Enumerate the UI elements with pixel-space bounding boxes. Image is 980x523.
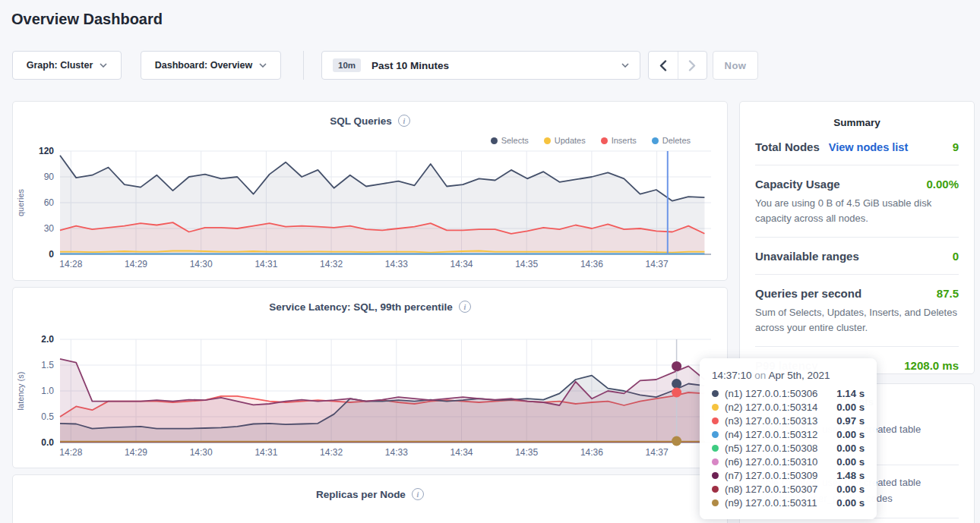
tooltip-node-row: (n8) 127.0.0.1:503070.00 s xyxy=(712,482,865,496)
node-address: (n3) 127.0.0.1:50313 xyxy=(725,415,817,427)
svg-text:14:36: 14:36 xyxy=(580,259,603,269)
node-latency-value: 0.97 s xyxy=(836,415,865,427)
node-address: (n5) 127.0.0.1:50308 xyxy=(725,443,817,454)
tooltip-node-row: (n4) 127.0.0.1:503120.00 s xyxy=(712,427,865,441)
node-address: (n7) 127.0.0.1:50309 xyxy=(725,470,817,481)
info-icon[interactable]: i xyxy=(412,488,424,500)
summary-panel: Summary Total Nodes View nodes list 9 Ca… xyxy=(739,101,975,374)
svg-text:14:35: 14:35 xyxy=(515,259,538,269)
toolbar-divider xyxy=(303,51,304,80)
svg-text:14:30: 14:30 xyxy=(190,447,213,458)
node-color-dot xyxy=(712,486,719,493)
replicas-per-node-title: Replicas per Node xyxy=(316,489,406,500)
tooltip-node-row: (n9) 127.0.0.1:503110.00 s xyxy=(712,496,865,509)
node-color-dot xyxy=(712,499,719,506)
node-address: (n6) 127.0.0.1:50310 xyxy=(725,456,817,468)
node-color-dot xyxy=(712,445,719,452)
page-title: Overview Dashboard xyxy=(11,11,163,28)
graph-dropdown[interactable]: Graph: Cluster xyxy=(12,51,122,80)
qps-label: Queries per second xyxy=(755,287,861,300)
sql-queries-chart[interactable]: 030609012014:2814:2914:3014:3114:3214:33… xyxy=(13,147,727,273)
summary-row-unavailable-ranges: Unavailable ranges 0 xyxy=(755,238,959,275)
legend-item-selects[interactable]: Selects xyxy=(491,136,529,145)
time-range-label: Past 10 Minutes xyxy=(371,60,449,71)
node-color-dot xyxy=(712,417,719,424)
node-color-dot xyxy=(712,390,719,397)
tooltip-node-row: (n3) 127.0.0.1:503130.97 s xyxy=(712,414,865,427)
view-nodes-list-link[interactable]: View nodes list xyxy=(829,141,909,153)
svg-text:14:29: 14:29 xyxy=(125,447,147,458)
svg-text:latency (s): latency (s) xyxy=(16,372,25,411)
chevron-down-icon xyxy=(100,63,107,68)
replicas-per-node-card: Replicas per Node i xyxy=(12,474,728,523)
summary-row-total-nodes: Total Nodes View nodes list 9 xyxy=(755,128,959,165)
chart-legend: SelectsUpdatesInsertsDeletes xyxy=(491,136,691,145)
dashboard-dropdown[interactable]: Dashboard: Overview xyxy=(141,51,281,80)
node-latency-value: 0.00 s xyxy=(836,402,865,413)
node-latency-value: 1.48 s xyxy=(836,470,865,481)
legend-item-inserts[interactable]: Inserts xyxy=(601,136,637,145)
unavailable-ranges-value: 0 xyxy=(953,250,959,263)
node-address: (n4) 127.0.0.1:50312 xyxy=(725,429,817,440)
time-range-dropdown[interactable]: 10m Past 10 Minutes xyxy=(321,51,640,80)
svg-text:14:37: 14:37 xyxy=(646,447,669,458)
svg-text:14:32: 14:32 xyxy=(320,447,343,458)
sql-queries-card: SQL Queries i SelectsUpdatesInsertsDelet… xyxy=(12,101,728,281)
total-nodes-value: 9 xyxy=(953,140,959,153)
node-address: (n8) 127.0.0.1:50307 xyxy=(725,484,817,495)
legend-item-updates[interactable]: Updates xyxy=(544,136,586,145)
node-color-dot xyxy=(712,404,719,411)
tooltip-timestamp: 14:37:10 on Apr 5th, 2021 xyxy=(712,370,865,381)
node-address: (n2) 127.0.0.1:50314 xyxy=(725,402,817,413)
node-color-dot xyxy=(712,431,719,438)
svg-text:60: 60 xyxy=(44,197,55,208)
chevron-down-icon xyxy=(621,63,629,68)
svg-text:30: 30 xyxy=(44,223,55,234)
qps-description: Sum of Selects, Updates, Inserts, and De… xyxy=(755,305,959,335)
sql-queries-title: SQL Queries xyxy=(330,115,392,127)
time-range-badge: 10m xyxy=(333,58,361,72)
svg-text:0: 0 xyxy=(49,249,54,260)
time-forward-button[interactable] xyxy=(678,52,707,79)
tooltip-node-row: (n5) 127.0.0.1:503080.00 s xyxy=(712,441,865,455)
info-icon[interactable]: i xyxy=(398,115,410,127)
svg-text:14:30: 14:30 xyxy=(190,259,213,269)
svg-text:14:28: 14:28 xyxy=(59,259,82,269)
svg-text:14:32: 14:32 xyxy=(320,259,343,269)
legend-dot xyxy=(544,137,551,144)
service-latency-chart[interactable]: 0.00.51.01.52.014:2814:2914:3014:3114:32… xyxy=(13,335,727,461)
node-latency-value: 1.14 s xyxy=(836,388,865,399)
svg-text:14:36: 14:36 xyxy=(580,447,603,458)
svg-text:14:31: 14:31 xyxy=(254,447,277,458)
time-nav-group xyxy=(648,51,707,80)
svg-text:0.5: 0.5 xyxy=(41,411,54,422)
chevron-down-icon xyxy=(259,63,267,68)
svg-text:14:37: 14:37 xyxy=(646,259,669,269)
p99-latency-value: 1208.0 ms xyxy=(904,359,959,372)
svg-text:queries: queries xyxy=(16,188,25,216)
svg-text:120: 120 xyxy=(39,147,54,156)
svg-text:14:33: 14:33 xyxy=(385,259,408,269)
node-latency-value: 0.00 s xyxy=(836,484,865,495)
tooltip-node-row: (n7) 127.0.0.1:503091.48 s xyxy=(712,468,865,482)
legend-item-deletes[interactable]: Deletes xyxy=(652,136,691,145)
unavailable-ranges-label: Unavailable ranges xyxy=(755,250,859,263)
tooltip-node-row: (n2) 127.0.0.1:503140.00 s xyxy=(712,400,865,414)
now-button[interactable]: Now xyxy=(713,51,758,80)
capacity-usage-value: 0.00% xyxy=(926,178,959,191)
node-latency-value: 0.00 s xyxy=(836,443,865,454)
node-address: (n9) 127.0.0.1:50311 xyxy=(725,497,817,509)
info-icon[interactable]: i xyxy=(459,301,471,313)
legend-dot xyxy=(652,137,659,144)
svg-text:14:29: 14:29 xyxy=(125,259,147,269)
chart-hover-tooltip: 14:37:10 on Apr 5th, 2021 (n1) 127.0.0.1… xyxy=(700,358,877,519)
summary-row-qps: Queries per second 87.5 Sum of Selects, … xyxy=(755,275,959,347)
chevron-left-icon xyxy=(659,60,667,71)
graph-dropdown-label: Graph: Cluster xyxy=(27,60,93,71)
svg-text:90: 90 xyxy=(44,172,55,182)
capacity-usage-description: You are using 0 B of 4.5 GiB usable disk… xyxy=(755,196,959,225)
time-back-button[interactable] xyxy=(649,52,678,79)
legend-dot xyxy=(601,137,608,144)
node-latency-value: 0.00 s xyxy=(836,497,865,509)
svg-text:14:34: 14:34 xyxy=(450,259,473,269)
